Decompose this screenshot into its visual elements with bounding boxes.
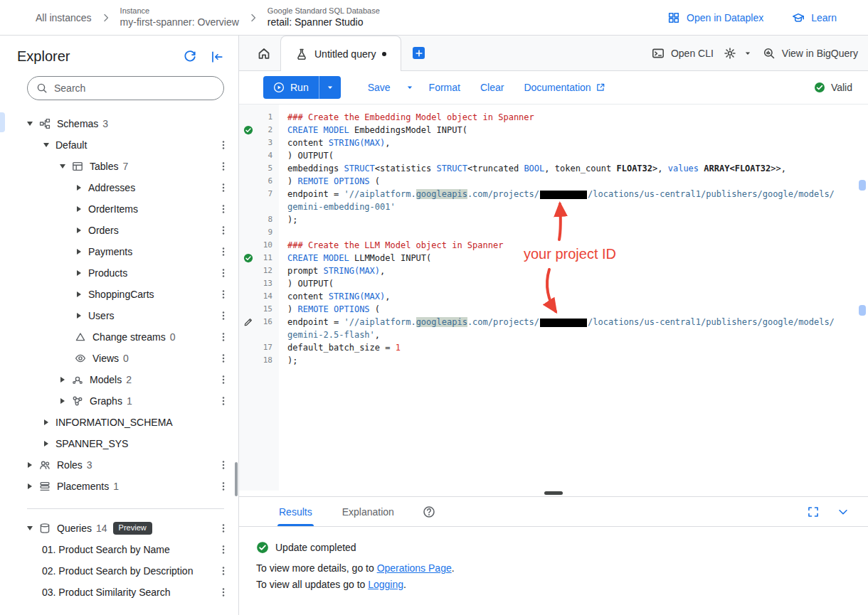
tree-item-shoppingcarts[interactable]: ShoppingCarts [0, 284, 238, 305]
item-menu-button[interactable] [217, 181, 230, 194]
expand-arrow-icon[interactable] [75, 247, 83, 256]
collapse-sidebar-button[interactable] [210, 50, 224, 64]
refresh-button[interactable] [183, 50, 197, 64]
code-line[interactable]: gemini-2.5-flash', [239, 328, 868, 341]
tree-item-users[interactable]: Users [0, 305, 238, 326]
tree-item-information-schema[interactable]: INFORMATION_SCHEMA [0, 412, 238, 433]
item-menu-button[interactable] [217, 480, 230, 493]
code-line[interactable]: 7endpoint = '//aiplatform.googleapis.com… [239, 188, 868, 200]
code-line[interactable]: 10### Create the LLM Model object in Spa… [239, 239, 868, 252]
item-menu-button[interactable] [217, 288, 230, 301]
view-in-bigquery-button[interactable]: View in BigQuery [763, 47, 858, 60]
format-button[interactable]: Format [419, 76, 470, 99]
search-input[interactable] [54, 82, 215, 94]
save-button[interactable]: Save [358, 76, 401, 99]
documentation-link[interactable]: Documentation [514, 76, 615, 99]
sql-editor[interactable]: 1### Create the Embedding Model object i… [239, 104, 868, 491]
tree-item-default[interactable]: Default [0, 134, 238, 156]
expand-arrow-icon[interactable] [75, 183, 83, 192]
code-line[interactable]: 3content STRING(MAX), [239, 137, 868, 149]
expand-arrow-icon[interactable] [58, 375, 67, 384]
splitter-drag-handle[interactable] [544, 491, 563, 495]
save-options-button[interactable] [401, 76, 419, 99]
item-menu-button[interactable] [217, 160, 230, 173]
collapse-arrow-icon[interactable] [58, 162, 67, 171]
code-line[interactable]: 6) REMOTE OPTIONS ( [239, 175, 868, 188]
clear-button[interactable]: Clear [470, 76, 514, 99]
code-line[interactable]: 18); [239, 354, 868, 367]
code-line[interactable]: 5embeddings STRUCT<statistics STRUCT<tru… [239, 162, 868, 175]
tree-item-addresses[interactable]: Addresses [0, 177, 238, 198]
new-query-tab-button[interactable] [413, 47, 425, 59]
tree-item-01-product-search-by-name[interactable]: 01. Product Search by Name [0, 539, 238, 560]
expand-arrow-icon[interactable] [75, 205, 83, 213]
tab-explanation[interactable]: Explanation [341, 497, 396, 526]
expand-arrow-icon[interactable] [42, 439, 51, 448]
item-menu-button[interactable] [217, 522, 230, 535]
code-line[interactable]: gemini-embedding-001' [239, 200, 868, 213]
search-box[interactable] [27, 76, 224, 100]
tree-item-graphs[interactable]: Graphs1 [0, 390, 238, 412]
tree-item-placements[interactable]: Placements1 [0, 476, 238, 497]
code-line[interactable]: 9 [239, 226, 868, 239]
tree-item-queries[interactable]: Queries14Preview [0, 518, 238, 539]
expand-arrow-icon[interactable] [75, 269, 83, 277]
item-menu-button[interactable] [217, 373, 230, 386]
item-menu-button[interactable] [217, 309, 230, 322]
item-menu-button[interactable] [217, 139, 230, 151]
code-line[interactable]: 2CREATE MODEL EmbeddingsModel INPUT( [239, 124, 868, 137]
code-line[interactable]: 4) OUTPUT( [239, 149, 868, 162]
tree-item-02-product-search-by-description[interactable]: 02. Product Search by Description [0, 560, 238, 582]
collapse-results-button[interactable] [837, 506, 850, 518]
tab-untitled-query[interactable]: Untitled query [280, 36, 401, 71]
tree-item-spanner-sys[interactable]: SPANNER_SYS [0, 433, 238, 454]
code-line[interactable]: 17default_batch_size = 1 [239, 341, 868, 354]
item-menu-button[interactable] [217, 245, 230, 258]
tree-item-tables[interactable]: Tables7 [0, 156, 238, 177]
item-menu-button[interactable] [217, 565, 230, 577]
breadcrumb-all-instances[interactable]: All instances [36, 12, 92, 23]
operations-page-link[interactable]: Operations Page [377, 562, 452, 574]
collapse-arrow-icon[interactable] [26, 119, 34, 128]
fullscreen-results-button[interactable] [807, 506, 820, 518]
item-menu-button[interactable] [217, 224, 230, 237]
code-line[interactable]: 12prompt STRING(MAX), [239, 264, 868, 277]
item-menu-button[interactable] [217, 459, 230, 471]
code-line[interactable]: 14content STRING(MAX), [239, 290, 868, 303]
item-menu-button[interactable] [217, 267, 230, 279]
collapse-arrow-icon[interactable] [26, 524, 34, 533]
logging-link[interactable]: Logging [368, 579, 403, 590]
code-line[interactable]: 15) REMOTE OPTIONS ( [239, 303, 868, 316]
item-menu-button[interactable] [217, 331, 230, 343]
expand-arrow-icon[interactable] [75, 290, 83, 299]
tree-item-roles[interactable]: Roles3 [0, 454, 238, 476]
editor-settings-button[interactable] [724, 47, 753, 60]
tree-item-03-product-similarity-search[interactable]: 03. Product Similarity Search [0, 582, 238, 603]
expand-arrow-icon[interactable] [26, 482, 34, 491]
tree-item-orderitems[interactable]: OrderItems [0, 198, 238, 220]
code-line[interactable]: 8); [239, 213, 868, 226]
item-menu-button[interactable] [217, 203, 230, 215]
open-in-dataplex-button[interactable]: Open in Dataplex [667, 11, 763, 24]
code-line[interactable]: 13) OUTPUT( [239, 277, 868, 290]
item-menu-button[interactable] [217, 352, 230, 365]
code-line[interactable]: 16endpoint = '//aiplatform.googleapis.co… [239, 316, 868, 328]
open-cli-button[interactable]: Open CLI [652, 47, 714, 60]
tree-item-change-streams[interactable]: Change streams0 [0, 326, 238, 348]
expand-arrow-icon[interactable] [58, 397, 67, 405]
expand-arrow-icon[interactable] [75, 226, 83, 235]
item-menu-button[interactable] [217, 543, 230, 556]
run-button[interactable]: Run [263, 76, 319, 99]
code-area[interactable]: 1### Create the Embedding Model object i… [239, 105, 868, 367]
run-options-button[interactable] [319, 76, 341, 99]
code-line[interactable]: 11CREATE MODEL LLMModel INPUT( [239, 252, 868, 264]
collapse-arrow-icon[interactable] [42, 141, 51, 149]
code-line[interactable]: 1### Create the Embedding Model object i… [239, 111, 868, 124]
tree-item-products[interactable]: Products [0, 262, 238, 284]
expand-arrow-icon[interactable] [75, 311, 83, 320]
tree-item-payments[interactable]: Payments [0, 241, 238, 262]
sidebar-scrollbar-thumb[interactable] [235, 462, 238, 496]
item-menu-button[interactable] [217, 586, 230, 599]
tree-item-orders[interactable]: Orders [0, 220, 238, 241]
help-button[interactable] [423, 506, 435, 518]
